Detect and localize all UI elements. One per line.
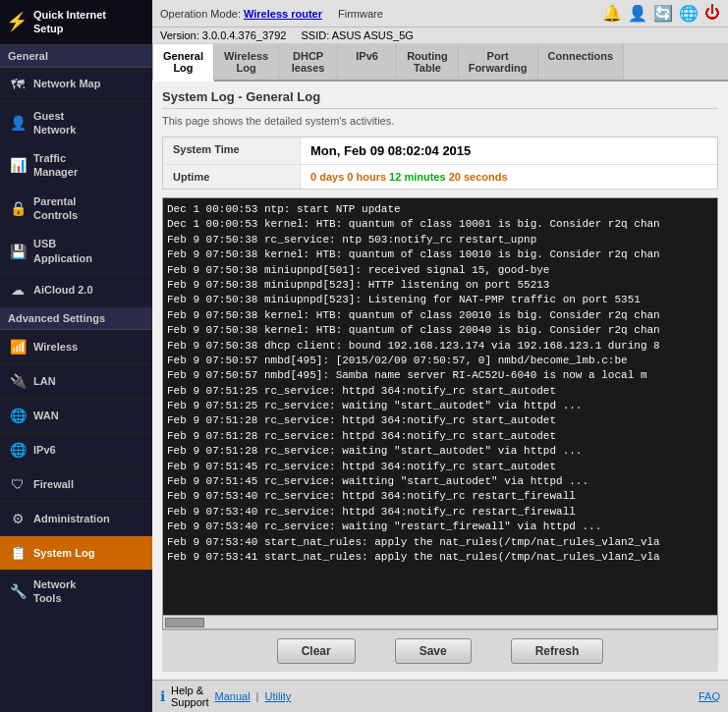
log-line: Feb 9 07:53:41 start_nat_rules: apply th… (167, 550, 713, 565)
log-line: Feb 9 07:50:38 kernel: HTB: quantum of c… (167, 323, 713, 338)
log-scroll-area[interactable]: Dec 1 00:00:53 ntp: start NTP updateDec … (163, 198, 717, 615)
sidebar-item-guest-network[interactable]: 👤 Guest Network (0, 102, 152, 145)
top-icon-group: 🔔 👤 🔄 🌐 ⏻ (602, 4, 720, 23)
uptime-days: 0 days (310, 171, 347, 183)
log-line: Feb 9 07:53:40 rc_service: httpd 364:not… (167, 489, 713, 504)
tab-ipv6[interactable]: IPv6 (338, 44, 397, 80)
ssid-value: ASUS ASUS_5G (332, 29, 414, 41)
log-line: Feb 9 07:50:38 miniupnpd[501]: received … (167, 263, 713, 278)
sidebar-item-aicloud[interactable]: ☁ AiCloud 2.0 (0, 273, 152, 307)
sidebar-item-label: Wireless (33, 340, 78, 354)
log-line: Feb 9 07:50:57 nmbd[495]: Samba name ser… (167, 368, 713, 383)
version-value: 3.0.0.4.376_3792 (202, 29, 287, 41)
wireless-icon: 📶 (8, 337, 28, 356)
sidebar-item-wan[interactable]: 🌐 WAN (0, 399, 152, 433)
log-line: Feb 9 07:51:28 rc_service: httpd 364:not… (167, 413, 713, 428)
sidebar-item-label: Guest Network (33, 109, 76, 137)
sidebar-item-label: AiCloud 2.0 (33, 283, 93, 297)
sidebar-item-usb-application[interactable]: 💾 USB Application (0, 230, 152, 273)
help-support-label: Help & Support (171, 685, 209, 708)
sidebar-logo-label: Quick Internet Setup (33, 8, 106, 36)
sidebar-item-ipv6[interactable]: 🌐 IPv6 (0, 433, 152, 467)
guest-network-icon: 👤 (8, 113, 28, 133)
content-area: Operation Mode: Wireless router Firmware… (152, 0, 728, 712)
system-log-icon: 📋 (8, 543, 28, 563)
sidebar-item-label: Network Tools (33, 577, 76, 606)
parental-controls-icon: 🔒 (8, 198, 28, 218)
sidebar-item-parental-controls[interactable]: 🔒 Parental Controls (0, 188, 152, 231)
manual-link[interactable]: Manual (215, 690, 251, 702)
page-content: System Log - General Log This page shows… (152, 82, 728, 680)
uptime-label: Uptime (163, 165, 301, 189)
operation-mode-value: Wireless router (244, 8, 322, 20)
lan-icon: 🔌 (8, 371, 28, 391)
log-line: Dec 1 00:00:53 ntp: start NTP update (167, 202, 713, 217)
system-time-display: Mon, Feb 09 08:02:04 2015 (310, 143, 471, 158)
log-line: Feb 9 07:50:38 miniupnpd[523]: Listening… (167, 293, 713, 307)
aicloud-icon: ☁ (8, 280, 28, 300)
quick-internet-setup[interactable]: ⚡ Quick Internet Setup (0, 0, 152, 45)
sidebar-item-administration[interactable]: ⚙ Administration (0, 502, 152, 536)
power-icon[interactable]: ⏻ (704, 4, 720, 23)
usb-application-icon: 💾 (8, 242, 28, 261)
tab-wireless-log[interactable]: WirelessLog (214, 44, 279, 80)
notification-icon[interactable]: 🔔 (602, 4, 622, 23)
sidebar-item-label: Traffic Manager (33, 151, 78, 180)
system-time-row: System Time Mon, Feb 09 08:02:04 2015 (163, 137, 717, 165)
tab-dhcp-leases[interactable]: DHCPleases (279, 44, 338, 80)
footer: ℹ Help & Support Manual | Utility FAQ (152, 680, 728, 712)
sidebar-item-label: Administration (33, 512, 110, 525)
tab-port-forwarding[interactable]: PortForwarding (459, 44, 538, 80)
sidebar-item-network-map[interactable]: 🗺 Network Map (0, 68, 152, 102)
sidebar-item-network-tools[interactable]: 🔧 Network Tools (0, 571, 152, 614)
sidebar-item-lan[interactable]: 🔌 LAN (0, 364, 152, 399)
wan-icon: 🌐 (8, 406, 28, 425)
globe-icon[interactable]: 🌐 (679, 4, 699, 23)
refresh-button[interactable]: Refresh (511, 638, 604, 664)
footer-left: ℹ Help & Support Manual | Utility (160, 685, 291, 708)
clear-button[interactable]: Clear (277, 638, 356, 664)
network-map-icon: 🗺 (8, 75, 28, 94)
log-line: Feb 9 07:50:57 nmbd[495]: [2015/02/09 07… (167, 354, 713, 368)
log-line: Feb 9 07:50:38 rc_service: ntp 503:notif… (167, 233, 713, 247)
page-title: System Log - General Log (162, 89, 718, 109)
sidebar-section-general: General (0, 45, 152, 68)
user-icon[interactable]: 👤 (628, 4, 647, 23)
log-container: Dec 1 00:00:53 ntp: start NTP updateDec … (162, 197, 718, 630)
sidebar-item-firewall[interactable]: 🛡 Firewall (0, 467, 152, 502)
log-line: Feb 9 07:50:38 dhcp client: bound 192.16… (167, 339, 713, 354)
log-line: Feb 9 07:50:38 kernel: HTB: quantum of c… (167, 247, 713, 262)
system-info-table: System Time Mon, Feb 09 08:02:04 2015 Up… (162, 137, 718, 190)
operation-mode-label: Operation Mode: (160, 8, 241, 20)
log-line: Feb 9 07:51:28 rc_service: waiting "star… (167, 444, 713, 459)
firmware-label: Firmware (338, 8, 383, 20)
tab-connections[interactable]: Connections (538, 44, 625, 80)
sidebar-item-label: IPv6 (33, 443, 56, 457)
horizontal-scrollbar-thumb[interactable] (165, 618, 204, 628)
asus-logo-icon: ⚡ (6, 11, 28, 32)
horizontal-scrollbar[interactable] (163, 615, 717, 629)
ipv6-icon: 🌐 (8, 440, 28, 460)
info-bar: Operation Mode: Wireless router Firmware… (152, 0, 728, 27)
faq-label[interactable]: FAQ (699, 690, 720, 702)
version-label: Version: (160, 29, 199, 41)
uptime-minutes: 12 minutes (389, 171, 449, 183)
system-time-value: Mon, Feb 09 08:02:04 2015 (301, 137, 717, 164)
tab-general-log[interactable]: GeneralLog (152, 44, 214, 82)
system-time-label: System Time (163, 137, 301, 164)
sidebar-item-traffic-manager[interactable]: 📊 Traffic Manager (0, 144, 152, 188)
save-button[interactable]: Save (395, 638, 472, 664)
log-line: Feb 9 07:51:25 rc_service: httpd 364:not… (167, 384, 713, 399)
log-line: Feb 9 07:51:28 rc_service: httpd 364:not… (167, 429, 713, 444)
log-line: Feb 9 07:50:38 miniupnpd[523]: HTTP list… (167, 278, 713, 293)
footer-separator: | (256, 690, 259, 702)
utility-link[interactable]: Utility (264, 690, 291, 702)
sidebar-item-system-log[interactable]: 📋 System Log (0, 536, 152, 571)
tab-routing-table[interactable]: RoutingTable (397, 44, 459, 80)
sidebar-section-advanced: Advanced Settings (0, 307, 152, 330)
administration-icon: ⚙ (8, 509, 28, 528)
sidebar-item-wireless[interactable]: 📶 Wireless (0, 330, 152, 364)
firewall-icon: 🛡 (8, 474, 28, 494)
sync-icon[interactable]: 🔄 (653, 4, 673, 23)
sidebar-item-label: Firewall (33, 477, 74, 491)
